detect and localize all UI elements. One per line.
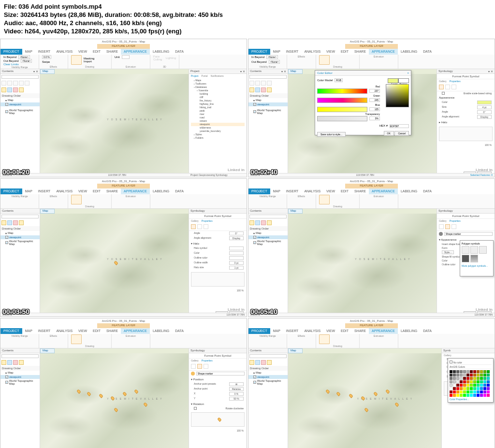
save-style-btn[interactable]: Save color to style... [317,132,346,137]
color-swatch[interactable] [463,380,466,383]
color-swatch[interactable] [456,370,459,373]
color-swatch[interactable] [483,387,486,390]
color-swatch[interactable] [480,370,483,373]
color-swatch[interactable] [480,377,483,380]
color-swatch[interactable] [453,384,456,387]
tab-data[interactable]: DATA [172,49,187,55]
color-swatch[interactable] [470,384,473,387]
shape-marker-drop[interactable]: Shape marker [444,232,493,236]
tab-project[interactable]: PROJECT [0,49,22,55]
color-swatch[interactable] [466,370,469,373]
color-swatch[interactable] [453,394,456,397]
color-swatch[interactable] [480,380,483,383]
color-swatch[interactable] [466,374,469,376]
color-swatch[interactable] [453,380,456,383]
color-swatch[interactable] [470,374,473,376]
color-swatch[interactable] [456,394,459,397]
color-swatch[interactable] [450,374,452,376]
color-swatch[interactable] [477,377,480,380]
color-swatch[interactable] [460,390,463,393]
color-swatch[interactable] [483,374,486,376]
color-swatch[interactable] [456,380,459,383]
tab-map[interactable]: MAP [22,49,35,55]
color-swatch[interactable] [456,384,459,387]
hex-input[interactable] [390,124,409,128]
color-swatch[interactable] [466,394,469,397]
color-swatch[interactable] [473,374,476,376]
color-swatch[interactable] [463,377,466,380]
color-swatch[interactable] [477,394,480,397]
swatch-grid[interactable] [450,370,492,397]
red-value[interactable]: 237 [369,89,380,93]
out-beyond-drop[interactable]: <None> [21,59,32,63]
color-swatch[interactable] [460,377,463,380]
color-swatch[interactable] [460,384,463,387]
color-swatch[interactable] [460,394,463,397]
style-btn[interactable]: Style... [442,250,454,254]
blue-slider[interactable] [317,107,367,112]
color-swatch[interactable] [477,384,480,387]
project-tree[interactable]: Maps Toolboxes Databases Yosemite buildi… [189,78,247,141]
color-swatch[interactable] [453,374,456,376]
color-swatch[interactable] [466,377,469,380]
color-swatch[interactable] [477,101,492,104]
color-swatch[interactable] [463,390,466,393]
color-swatch[interactable] [470,387,473,390]
tab-edit[interactable]: EDIT [90,49,103,55]
color-swatch[interactable] [483,380,486,383]
color-swatch[interactable] [487,387,490,390]
color-swatch[interactable] [450,387,452,390]
color-swatch[interactable] [453,387,456,390]
color-swatch[interactable] [456,390,459,393]
pct-input[interactable]: 0.0 % [42,55,51,59]
sv-picker[interactable] [386,84,409,107]
color-swatch[interactable] [453,377,456,380]
color-swatch[interactable] [463,370,466,373]
color-swatch[interactable] [473,387,476,390]
color-swatch[interactable] [450,380,452,383]
tab-share[interactable]: SHARE [103,49,121,55]
ok-button[interactable]: OK [384,131,394,136]
color-swatch[interactable] [463,387,466,390]
in-beyond-drop[interactable]: <None> [18,55,30,59]
color-swatch[interactable] [450,377,452,380]
cancel-button[interactable]: Cancel [394,131,409,136]
poly-swatch[interactable] [462,246,469,254]
color-swatch[interactable] [453,370,456,373]
tab-insert[interactable]: INSERT [35,49,54,55]
color-swatch[interactable] [487,394,490,397]
color-swatch[interactable] [483,370,486,373]
color-swatch[interactable] [483,394,486,397]
color-swatch[interactable] [470,390,473,393]
color-swatch[interactable] [453,390,456,393]
color-swatch[interactable] [460,374,463,376]
tab-analysis[interactable]: ANALYSIS [53,49,75,55]
color-swatch[interactable] [477,380,480,383]
color-swatch[interactable] [487,374,490,376]
color-swatch[interactable] [477,387,480,390]
color-swatch[interactable] [487,390,490,393]
color-swatch[interactable] [480,374,483,376]
color-swatch[interactable] [456,387,459,390]
wrench-icon[interactable] [445,85,450,89]
color-swatch[interactable] [463,374,466,376]
color-swatch[interactable] [477,390,480,393]
color-swatch[interactable] [483,377,486,380]
color-swatch[interactable] [463,394,466,397]
layer-checkbox[interactable] [5,103,8,106]
color-swatch[interactable] [456,377,459,380]
color-swatch[interactable] [460,370,463,373]
color-swatch[interactable] [450,390,452,393]
color-swatch[interactable] [487,377,490,380]
color-swatch[interactable] [466,390,469,393]
symbology-btn[interactable] [71,55,82,65]
color-swatch[interactable] [456,374,459,376]
color-swatch[interactable] [477,370,480,373]
map-tab[interactable]: Map [40,69,55,74]
color-swatch[interactable] [480,384,483,387]
color-swatch[interactable] [473,390,476,393]
color-swatch[interactable] [450,394,452,397]
brush-icon[interactable] [439,85,444,89]
color-swatch[interactable] [470,380,473,383]
color-swatch[interactable] [470,377,473,380]
